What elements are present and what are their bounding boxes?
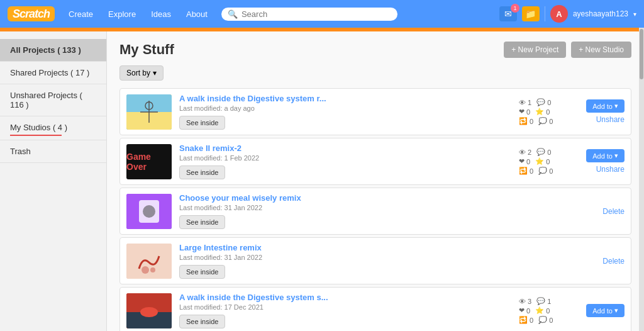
sidebar-item-all-projects[interactable]: All Projects ( 133 )	[0, 39, 106, 62]
project-thumbnail	[126, 244, 172, 279]
scrollbar[interactable]	[639, 28, 644, 331]
delete-link[interactable]: Delete	[602, 207, 625, 216]
studios-underline	[10, 135, 62, 136]
see-inside-button[interactable]: See inside	[179, 265, 225, 279]
project-modified: Last modified: a day ago	[179, 104, 511, 112]
nav-ideas[interactable]: Ideas	[145, 9, 177, 19]
project-stats: 👁2 💬0 ❤0 ⭐0 🔁0 💭0	[519, 148, 557, 175]
new-project-button[interactable]: + New Project	[504, 42, 566, 58]
views-stat: 👁3	[519, 297, 531, 305]
project-title[interactable]: A walk inside the Digestive system r...	[179, 94, 355, 103]
content-area: My Stuff + New Project + New Studio Sort…	[107, 31, 644, 331]
new-studio-button[interactable]: + New Studio	[571, 42, 631, 58]
scratch-logo[interactable]: Scratch	[8, 6, 55, 21]
add-to-label: Add to	[592, 103, 613, 110]
divider	[545, 6, 545, 21]
mail-badge: 1	[511, 4, 519, 13]
stat-row-remixes: 🔁0 💭0	[519, 167, 557, 175]
nav-explore[interactable]: Explore	[102, 9, 142, 19]
unshare-link[interactable]: Unshare	[596, 115, 625, 124]
sidebar-item-my-studios[interactable]: My Studios ( 4 )	[0, 116, 106, 140]
fav-stat: ⭐0	[535, 157, 550, 166]
project-actions: Delete	[568, 257, 625, 266]
svg-point-9	[142, 266, 149, 274]
project-title[interactable]: A walk inside the Digestive system s...	[179, 293, 355, 302]
comments-stat: 💬1	[536, 297, 551, 305]
see-inside-button[interactable]: See inside	[179, 315, 225, 328]
project-actions: Add to ▾ Unshare	[568, 149, 625, 174]
fav-stat: ⭐0	[535, 108, 550, 116]
eye-icon: 👁	[519, 99, 526, 106]
fav-stat: ⭐0	[535, 306, 550, 315]
report-stat: 💭0	[538, 167, 553, 175]
star-icon: ⭐	[535, 108, 544, 116]
header-buttons: + New Project + New Studio	[504, 42, 631, 58]
comments-stat: 💬0	[536, 98, 551, 106]
scrollbar-thumb[interactable]	[640, 29, 643, 79]
add-to-label: Add to	[592, 307, 613, 315]
sidebar: All Projects ( 133 ) Shared Projects ( 1…	[0, 31, 107, 331]
add-to-button[interactable]: Add to ▾	[586, 149, 625, 162]
project-title[interactable]: Snake II remix-2	[179, 143, 355, 153]
user-menu-caret[interactable]: ▾	[633, 11, 636, 18]
report-stat: 💭0	[538, 117, 553, 125]
project-modified: Last modified: 31 Jan 2022	[179, 204, 560, 211]
remix-stat: 🔁0	[519, 167, 533, 175]
see-inside-button[interactable]: See inside	[179, 166, 225, 179]
thumb-svg-4	[126, 244, 172, 279]
sidebar-item-shared-projects[interactable]: Shared Projects ( 17 )	[0, 62, 106, 84]
project-info: Snake II remix-2 Last modified: 1 Feb 20…	[179, 143, 511, 179]
heart-icon: ❤	[519, 108, 525, 116]
stat-row-views: 👁1 💬0	[519, 98, 557, 106]
see-inside-button[interactable]: See inside	[179, 215, 225, 229]
project-modified: Last modified: 17 Dec 2021	[179, 303, 511, 311]
heart-icon: ❤	[519, 157, 525, 166]
unshare-link[interactable]: Unshare	[596, 165, 625, 174]
avatar[interactable]: A	[550, 5, 568, 23]
add-to-button[interactable]: Add to ▾	[586, 99, 625, 113]
folder-button[interactable]: 📁	[522, 6, 540, 21]
search-icon: 🔍	[228, 9, 238, 19]
project-title[interactable]: Choose your meal wisely remix	[179, 193, 355, 203]
sort-label: Sort by	[126, 69, 150, 77]
project-thumbnail	[126, 194, 172, 229]
bubble-icon: 💭	[538, 316, 547, 324]
sidebar-item-trash[interactable]: Trash	[0, 140, 106, 163]
sidebar-item-unshared-projects[interactable]: Unshared Projects ( 116 )	[0, 84, 106, 116]
project-actions: Add to ▾	[568, 304, 625, 317]
love-stat: ❤0	[519, 157, 530, 166]
nav-create[interactable]: Create	[62, 9, 99, 19]
sort-button[interactable]: Sort by ▾	[119, 65, 164, 81]
add-to-button[interactable]: Add to ▾	[586, 304, 625, 317]
remix-icon: 🔁	[519, 316, 528, 324]
project-modified: Last modified: 1 Feb 2022	[179, 154, 511, 162]
add-to-label: Add to	[592, 152, 613, 160]
project-card: A walk inside the Digestive system s... …	[119, 287, 631, 331]
sort-caret-icon: ▾	[153, 69, 157, 77]
username-label[interactable]: ayeshaayath123	[573, 9, 628, 18]
logo[interactable]: Scratch	[8, 8, 55, 21]
add-to-caret: ▾	[614, 102, 618, 110]
love-stat: ❤0	[519, 306, 530, 315]
project-stats: 👁1 💬0 ❤0 ⭐0 🔁0 💭0	[519, 98, 557, 125]
views-stat: 👁2	[519, 148, 531, 156]
eye-icon: 👁	[519, 298, 526, 305]
delete-link[interactable]: Delete	[602, 257, 625, 266]
report-stat: 💭0	[538, 316, 553, 324]
thumb-svg-5	[126, 293, 172, 328]
thumb-text: Game Over	[126, 152, 172, 172]
search-input[interactable]	[242, 9, 391, 19]
thumb-svg-3	[126, 194, 172, 229]
thumb-svg-1	[126, 94, 172, 130]
stat-row-loves: ❤0 ⭐0	[519, 108, 557, 116]
project-list: A walk inside the Digestive system r... …	[119, 88, 631, 331]
see-inside-button[interactable]: See inside	[179, 116, 225, 130]
nav-about[interactable]: About	[180, 9, 214, 19]
project-info: Large Intestine remix Last modified: 31 …	[179, 243, 560, 279]
content-header: My Stuff + New Project + New Studio	[119, 42, 631, 58]
remix-icon: 🔁	[519, 117, 528, 125]
nav-icons: ✉ 1 📁 A ayeshaayath123 ▾	[499, 5, 636, 23]
project-title[interactable]: Large Intestine remix	[179, 243, 355, 252]
svg-point-7	[143, 205, 155, 218]
messages-button[interactable]: ✉ 1	[499, 6, 517, 21]
